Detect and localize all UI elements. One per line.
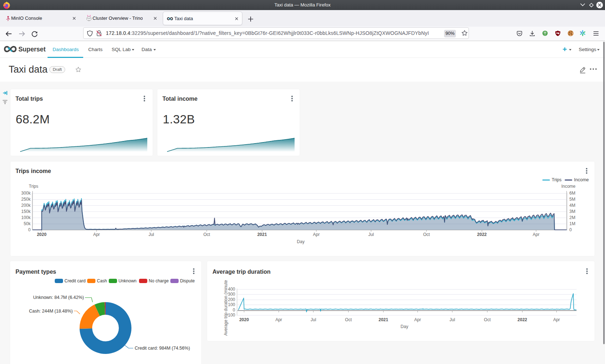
svg-text:Jul: Jul xyxy=(148,232,154,237)
svg-text:100k: 100k xyxy=(21,215,31,220)
svg-text:Oct: Oct xyxy=(484,317,491,322)
svg-text:Apr: Apr xyxy=(553,317,560,322)
svg-text:2020: 2020 xyxy=(37,232,46,237)
svg-text:Unknown: 84.7M (6.42%): Unknown: 84.7M (6.42%) xyxy=(33,295,84,300)
svg-text:150k: 150k xyxy=(21,209,31,214)
svg-text:Oct: Oct xyxy=(423,232,430,237)
svg-text:Oct: Oct xyxy=(203,232,210,237)
svg-text:3M: 3M xyxy=(569,209,575,214)
svg-text:2022: 2022 xyxy=(517,317,527,322)
svg-text:100: 100 xyxy=(228,302,235,307)
svg-text:1M: 1M xyxy=(569,221,575,226)
svg-text:2021: 2021 xyxy=(378,317,388,322)
svg-text:2022: 2022 xyxy=(477,232,487,237)
svg-text:300k: 300k xyxy=(21,191,31,196)
svg-text:Day: Day xyxy=(297,239,304,244)
svg-text:300: 300 xyxy=(228,292,235,297)
svg-text:0: 0 xyxy=(569,227,572,232)
svg-text:Cash: 244M (18.48%): Cash: 244M (18.48%) xyxy=(29,309,73,314)
svg-text:Jul: Jul xyxy=(449,317,455,322)
svg-text:2M: 2M xyxy=(569,215,575,220)
svg-text:Apr: Apr xyxy=(275,317,282,322)
svg-text:Jul: Jul xyxy=(368,232,374,237)
svg-text:Apr: Apr xyxy=(93,232,100,237)
svg-text:0: 0 xyxy=(28,227,31,232)
svg-text:Average trip duration (minute: Average trip duration (minute xyxy=(223,280,228,336)
svg-text:Apr: Apr xyxy=(313,232,320,237)
svg-text:250k: 250k xyxy=(21,197,31,202)
svg-text:Jul: Jul xyxy=(311,317,316,322)
svg-text:2021: 2021 xyxy=(257,232,267,237)
svg-text:Day: Day xyxy=(400,324,408,329)
svg-text:Income: Income xyxy=(561,184,576,189)
svg-text:Apr: Apr xyxy=(533,232,539,237)
svg-text:Apr: Apr xyxy=(414,317,421,322)
svg-text:Trips: Trips xyxy=(29,184,38,189)
svg-text:2020: 2020 xyxy=(239,317,249,322)
svg-text:50k: 50k xyxy=(24,221,31,226)
svg-text:200k: 200k xyxy=(21,203,31,208)
svg-text:0: 0 xyxy=(233,308,235,313)
svg-text:6M: 6M xyxy=(569,191,575,196)
svg-text:Oct: Oct xyxy=(345,317,352,322)
svg-text:Credit card: 984M (74.56%): Credit card: 984M (74.56%) xyxy=(135,346,190,351)
svg-text:4M: 4M xyxy=(569,203,575,208)
svg-text:400: 400 xyxy=(228,287,235,292)
svg-text:200: 200 xyxy=(228,297,235,302)
svg-text:5M: 5M xyxy=(569,197,575,202)
